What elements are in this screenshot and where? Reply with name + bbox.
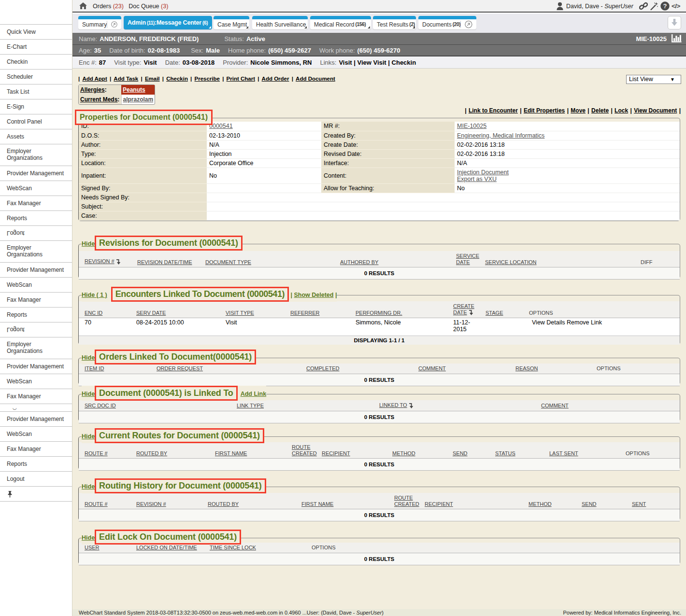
svg-text:?: ? xyxy=(663,2,667,10)
